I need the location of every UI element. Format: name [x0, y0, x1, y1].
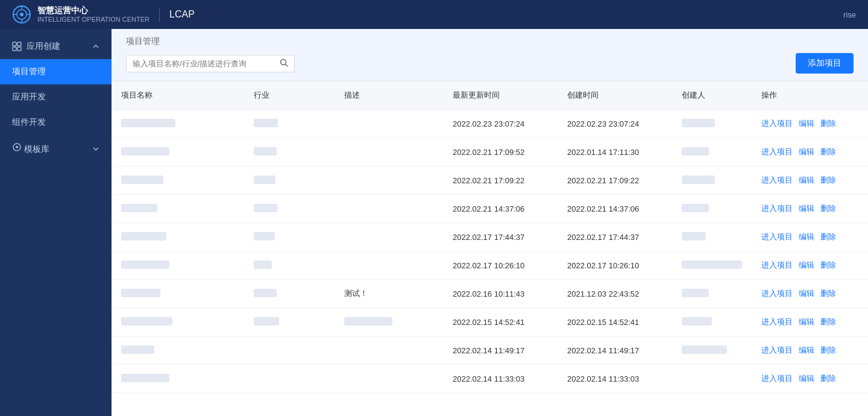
page-title: 项目管理: [126, 36, 160, 46]
action-编辑[interactable]: 编辑: [799, 118, 814, 129]
add-project-button[interactable]: 添加项目: [796, 53, 854, 74]
sidebar-group-app-create[interactable]: 应用创建: [0, 34, 112, 59]
cell-name: [112, 223, 244, 251]
cell-name: [112, 110, 244, 138]
search-input[interactable]: [133, 59, 275, 68]
svg-rect-9: [13, 47, 16, 51]
logo: 智慧运营中心 INTELLIGENT OPERATION CENTER: [12, 5, 149, 24]
cell-industry: [244, 251, 335, 280]
action-删除[interactable]: 删除: [820, 288, 836, 299]
cell-industry: [244, 223, 335, 251]
action-编辑[interactable]: 编辑: [799, 232, 814, 242]
cell-updated: 2022.02.14 11:49:17: [443, 336, 558, 365]
cell-name: [112, 365, 244, 393]
action-删除[interactable]: 删除: [820, 118, 836, 129]
action-编辑[interactable]: 编辑: [799, 175, 814, 186]
cell-created: 2022.02.14 11:49:17: [558, 336, 672, 365]
action-进入项目[interactable]: 进入项目: [761, 118, 793, 129]
action-编辑[interactable]: 编辑: [799, 373, 814, 384]
action-进入项目[interactable]: 进入项目: [761, 147, 793, 157]
cell-created: 2021.12.03 22:43:52: [558, 280, 672, 308]
action-编辑[interactable]: 编辑: [799, 203, 814, 214]
action-编辑[interactable]: 编辑: [799, 147, 814, 157]
action-编辑[interactable]: 编辑: [799, 345, 814, 356]
action-编辑[interactable]: 编辑: [799, 317, 814, 327]
cell-industry: [244, 365, 335, 393]
action-删除[interactable]: 删除: [820, 203, 836, 214]
col-name: 项目名称: [112, 81, 244, 110]
action-进入项目[interactable]: 进入项目: [761, 288, 793, 299]
sidebar-item-template-lib[interactable]: 模板库: [0, 135, 112, 162]
cell-name: [112, 251, 244, 280]
sidebar-project-mgmt-label: 项目管理: [12, 66, 46, 76]
cell-created: 2022.01.14 17:11:30: [558, 138, 672, 166]
table-row: 2022.02.21 17:09:222022.02.21 17:09:22进入…: [112, 166, 868, 195]
cell-name: [112, 195, 244, 223]
cell-updated: 2022.02.15 14:52:41: [443, 308, 558, 336]
cell-updated: 2022.02.14 11:33:03: [443, 365, 558, 393]
cell-actions: 进入项目编辑删除: [752, 336, 868, 365]
cell-actions: 进入项目编辑删除: [752, 195, 868, 223]
cell-created: 2022.02.23 23:07:24: [558, 110, 672, 138]
svg-rect-7: [13, 42, 16, 46]
sidebar-template-lib-label: 模板库: [24, 144, 49, 154]
col-creator: 创建人: [672, 81, 752, 110]
action-编辑[interactable]: 编辑: [799, 288, 814, 299]
search-icon: [280, 58, 288, 67]
action-进入项目[interactable]: 进入项目: [761, 345, 793, 356]
cell-desc: [335, 195, 443, 223]
action-删除[interactable]: 删除: [820, 260, 836, 271]
cell-industry: [244, 138, 335, 166]
cell-actions: 进入项目编辑删除: [752, 138, 868, 166]
action-删除[interactable]: 删除: [820, 317, 836, 327]
table-body: 2022.02.23 23:07:242022.02.23 23:07:24进入…: [112, 110, 868, 393]
svg-rect-10: [17, 47, 21, 51]
cell-created: 2022.02.14 11:33:03: [558, 365, 672, 393]
action-删除[interactable]: 删除: [820, 232, 836, 242]
table-row: 2022.02.17 10:26:102022.02.17 10:26:10进入…: [112, 251, 868, 280]
search-container[interactable]: [126, 55, 295, 72]
action-进入项目[interactable]: 进入项目: [761, 260, 793, 271]
cell-desc: [335, 138, 443, 166]
page-header: 项目管理 添加项目: [112, 29, 868, 81]
cell-actions: 进入项目编辑删除: [752, 251, 868, 280]
action-进入项目[interactable]: 进入项目: [761, 317, 793, 327]
cell-name: [112, 308, 244, 336]
sidebar-item-project-mgmt[interactable]: 项目管理: [0, 59, 112, 84]
main-layout: 应用创建 项目管理 应用开发 组件开发 模板库: [0, 29, 868, 416]
header-divider: [159, 7, 160, 22]
cell-industry: [244, 166, 335, 195]
action-删除[interactable]: 删除: [820, 373, 836, 384]
sidebar-item-component-dev[interactable]: 组件开发: [0, 110, 112, 135]
search-button[interactable]: [280, 58, 288, 69]
action-删除[interactable]: 删除: [820, 175, 836, 186]
project-table-container: 项目名称 行业 描述 最新更新时间 创建时间 创建人 操作 2022.02.23…: [112, 81, 868, 416]
cell-name: [112, 166, 244, 195]
cell-name: [112, 280, 244, 308]
cell-creator: [672, 166, 752, 195]
action-进入项目[interactable]: 进入项目: [761, 232, 793, 242]
action-删除[interactable]: 删除: [820, 345, 836, 356]
action-进入项目[interactable]: 进入项目: [761, 175, 793, 186]
action-进入项目[interactable]: 进入项目: [761, 373, 793, 384]
brand-main: 智慧运营中心: [37, 5, 149, 16]
cell-desc: [335, 166, 443, 195]
svg-point-12: [16, 146, 18, 148]
action-进入项目[interactable]: 进入项目: [761, 203, 793, 214]
cell-creator: [672, 280, 752, 308]
cell-creator: [672, 138, 752, 166]
cell-creator: [672, 308, 752, 336]
cell-desc: [335, 308, 443, 336]
cell-updated: 2022.02.17 17:44:37: [443, 223, 558, 251]
toolbar: 添加项目: [126, 53, 854, 81]
sidebar-app-dev-label: 应用开发: [12, 92, 46, 101]
action-删除[interactable]: 删除: [820, 147, 836, 157]
cell-actions: 进入项目编辑删除: [752, 166, 868, 195]
sidebar-item-app-dev[interactable]: 应用开发: [0, 84, 112, 110]
cell-desc: [335, 223, 443, 251]
table-row: 2022.02.15 14:52:412022.02.15 14:52:41进入…: [112, 308, 868, 336]
cell-actions: 进入项目编辑删除: [752, 223, 868, 251]
action-编辑[interactable]: 编辑: [799, 260, 814, 271]
cell-industry: [244, 308, 335, 336]
cell-creator: [672, 336, 752, 365]
